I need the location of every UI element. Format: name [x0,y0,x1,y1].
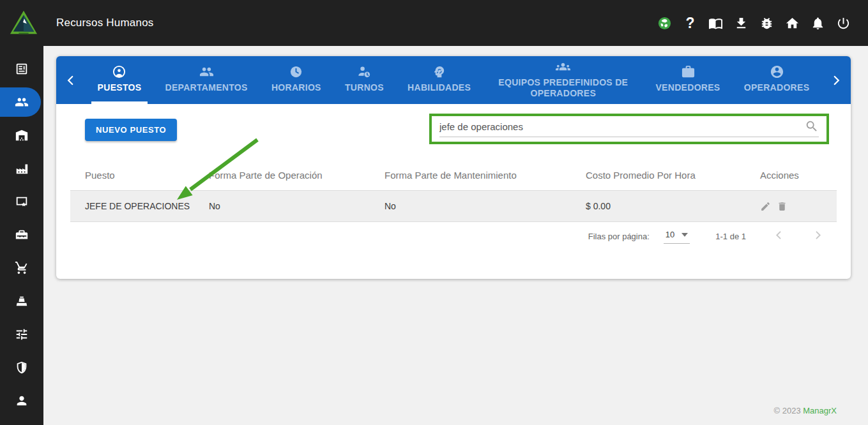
rows-per-page-label: Filas por página: [588,232,650,241]
language-icon[interactable] [657,15,673,31]
tab-operadores[interactable]: OPERADORES [738,56,816,104]
shopping-cart-icon [15,261,29,275]
chevron-left-icon [65,75,77,86]
sidebar-item-configuration[interactable] [0,318,43,351]
brand-link[interactable]: ManagrX [803,406,837,415]
rows-per-page-value: 10 [666,230,674,239]
delete-icon[interactable] [777,201,788,212]
col-operacion: Forma Parte de Operación [209,170,385,181]
sidebar [0,46,43,425]
sidebar-item-toolbox[interactable] [0,218,43,251]
tab-label: TURNOS [345,82,384,93]
group-icon [199,64,214,79]
tab-vendedores[interactable]: VENDEDORES [649,56,726,104]
person-icon [15,394,29,408]
sidebar-item-certifications[interactable] [0,185,43,218]
bug-report-icon[interactable] [759,15,775,31]
sidebar-item-human-resources[interactable] [0,86,43,119]
factory-icon [15,161,29,175]
col-mantenimiento: Forma Parte de Mantenimiento [385,170,586,181]
col-costo: Costo Promedio Por Hora [586,170,760,181]
notifications-icon[interactable] [810,15,826,31]
sidebar-item-warehouse[interactable] [0,119,43,152]
sidebar-item-purchases[interactable] [0,251,43,285]
tab-equipos-predefinidos[interactable]: EQUIPOS PREDEFINIDOS DE OPERADORES [488,56,638,104]
footer: © 2023 ManagrX [774,406,837,415]
puestos-card: PUESTOS DEPARTAMENTOS HORARIOS TURNOS HA… [56,56,851,279]
pagination: Filas por página: 10 1-1 de 1 [588,228,824,244]
tab-puestos[interactable]: PUESTOS [91,56,148,104]
page-title: Recursos Humanos [56,17,153,29]
clock-icon [289,64,303,79]
tab-horarios[interactable]: HORARIOS [265,56,328,104]
tabs: PUESTOS DEPARTAMENTOS HORARIOS TURNOS HA… [86,56,821,104]
brain-icon [432,64,446,79]
tab-label: HABILIDADES [407,82,471,93]
person-clock-icon [357,64,372,79]
tab-label: VENDEDORES [655,82,720,93]
toolbox-icon [15,228,29,242]
power-icon[interactable] [835,15,851,31]
shield-icon [15,361,29,375]
search-field [439,116,819,137]
page-range: 1-1 de 1 [715,232,746,241]
next-page-button[interactable] [812,229,824,243]
warehouse-icon [15,128,29,142]
home-icon[interactable] [784,15,800,31]
cell-acciones [760,201,837,212]
chevron-down-icon [681,233,688,237]
download-icon[interactable] [733,15,749,31]
chevron-left-icon [773,229,785,241]
account-circle-icon [770,64,784,79]
sidebar-item-sales[interactable] [0,285,43,318]
cell-mantenimiento: No [385,201,586,211]
puestos-table: Puesto Forma Parte de Operación Forma Pa… [70,160,837,222]
table-header: Puesto Forma Parte de Operación Forma Pa… [70,160,837,190]
tab-label: HORARIOS [271,82,321,93]
tab-label: DEPARTAMENTOS [165,82,248,93]
account-badge-icon [112,64,126,79]
tabs-scroll-right-button[interactable] [821,56,851,104]
sidebar-item-news[interactable] [0,52,43,86]
tab-habilidades[interactable]: HABILIDADES [401,56,477,104]
table-row[interactable]: JEFE DE OPERACIONES No No $ 0.00 [70,190,837,222]
tab-label: EQUIPOS PREDEFINIDOS DE OPERADORES [494,77,632,98]
sidebar-item-security[interactable] [0,351,43,384]
cell-costo: $ 0.00 [586,201,760,211]
cell-operacion: No [209,201,385,211]
topbar: Recursos Humanos ? [0,0,868,46]
rows-per-page-select[interactable]: 10 [664,228,690,244]
tab-departamentos[interactable]: DEPARTAMENTOS [159,56,254,104]
sidebar-item-account[interactable] [0,384,43,417]
tune-icon [15,327,29,341]
col-puesto: Puesto [70,170,209,181]
tab-label: PUESTOS [98,82,142,93]
people-icon [15,95,29,109]
groups-icon [556,59,570,74]
news-icon [15,62,29,76]
chevron-right-icon [812,229,824,241]
cell-puesto: JEFE DE OPERACIONES [70,201,209,211]
edit-icon[interactable] [760,201,771,212]
previous-page-button[interactable] [773,229,785,243]
new-puesto-button[interactable]: NUEVO PUESTO [85,119,177,141]
search-highlight-box [429,114,829,144]
tab-turnos[interactable]: TURNOS [339,56,390,104]
chevron-right-icon [830,75,842,86]
help-icon[interactable]: ? [682,15,698,31]
app-logo-icon [9,8,38,38]
module-tabbar: PUESTOS DEPARTAMENTOS HORARIOS TURNOS HA… [56,56,851,104]
search-input[interactable] [439,121,805,132]
manual-book-icon[interactable] [708,15,724,31]
certificate-icon [15,195,29,209]
tab-label: OPERADORES [744,82,810,93]
cash-register-icon [15,294,29,308]
topbar-actions: ? [657,15,851,31]
col-acciones: Acciones [760,170,837,181]
copyright-text: © 2023 [774,406,801,415]
tabs-scroll-left-button[interactable] [56,56,86,104]
briefcase-icon [681,64,696,79]
search-icon[interactable] [805,119,819,133]
sidebar-item-production[interactable] [0,152,43,185]
